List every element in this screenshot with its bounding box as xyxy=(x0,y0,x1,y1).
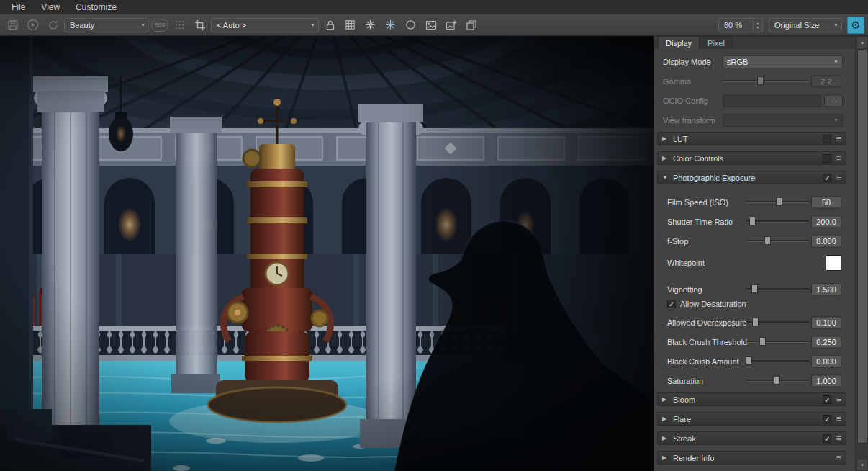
gamma-label: Gamma xyxy=(663,77,691,86)
scrollbar-thumb[interactable] xyxy=(857,49,867,444)
whitepoint-color-swatch[interactable] xyxy=(826,255,841,271)
black-crush-amount-slider[interactable] xyxy=(746,360,810,362)
dropdown-arrow-icon: ▼ xyxy=(310,22,315,27)
saturation-value[interactable]: 1.000 xyxy=(811,374,841,387)
render-frame-window: File View Customize Beauty ▼ RGB xyxy=(0,0,868,471)
render-pass-dropdown[interactable]: Beauty ▼ xyxy=(64,18,149,32)
gamma-slider[interactable] xyxy=(723,80,808,82)
image-icon[interactable] xyxy=(422,17,440,34)
expanded-arrow-icon[interactable]: ▼ xyxy=(662,174,669,181)
view-transform-row: View transform ▼ xyxy=(654,110,856,130)
channel-dots-icon[interactable] xyxy=(171,17,189,34)
render-play-icon[interactable] xyxy=(24,17,42,34)
black-crush-threshold-value[interactable]: 0.250 xyxy=(811,336,841,348)
lut-enable-checkbox[interactable] xyxy=(823,135,831,143)
collapsed-arrow-icon[interactable]: ▶ xyxy=(662,155,669,161)
region-auto-dropdown[interactable]: < Auto > ▼ xyxy=(211,18,319,32)
ocio-config-label: OCIO Config xyxy=(663,97,708,105)
image-add-icon[interactable] xyxy=(442,17,460,34)
section-photographic-exposure-label: Photographic Exposure xyxy=(673,174,818,182)
panel-scrollbar[interactable]: ▲ ▼ xyxy=(855,36,868,471)
section-bloom[interactable]: ▶ Bloom ✓ ≡ xyxy=(657,392,846,406)
section-bloom-label: Bloom xyxy=(673,395,818,404)
section-flare[interactable]: ▶ Flare ✓ ≡ xyxy=(657,412,846,426)
spinner-down-icon[interactable]: ▼ xyxy=(756,25,760,30)
bloom-enable-checkbox[interactable]: ✓ xyxy=(823,395,831,404)
vignetting-slider[interactable] xyxy=(746,288,810,290)
gamma-value[interactable]: 2.2 xyxy=(811,75,841,87)
fstop-row: f-Stop 8.000 xyxy=(654,231,856,251)
vignetting-value[interactable]: 1.500 xyxy=(811,283,841,295)
color-controls-menu-icon[interactable]: ≡ xyxy=(836,155,841,162)
crop-region-icon[interactable] xyxy=(191,17,209,34)
save-image-icon[interactable] xyxy=(4,17,22,34)
zoom-spinner-arrows[interactable]: ▲ ▼ xyxy=(753,19,762,32)
color-controls-enable-checkbox[interactable] xyxy=(823,154,831,163)
view-size-dropdown[interactable]: Original Size ▼ xyxy=(769,18,842,32)
black-crush-amount-value[interactable]: 0.000 xyxy=(811,355,841,367)
section-lut[interactable]: ▶ LUT ≡ xyxy=(657,132,846,145)
tab-pixel[interactable]: Pixel xyxy=(700,36,733,49)
collapsed-arrow-icon[interactable]: ▶ xyxy=(662,416,669,422)
streak-enable-checkbox[interactable]: ✓ xyxy=(823,434,831,443)
allow-desaturation-checkbox[interactable]: ✓ xyxy=(667,300,676,308)
black-crush-amount-label: Black Crush Amount xyxy=(667,357,739,366)
menu-file[interactable]: File xyxy=(4,1,32,13)
snowflake-freeze-blue-icon[interactable] xyxy=(381,17,399,34)
allowed-overexposure-value[interactable]: 0.100 xyxy=(811,316,841,328)
section-color-controls[interactable]: ▶ Color Controls ≡ xyxy=(657,151,846,165)
gear-icon: ⚙ xyxy=(851,19,860,32)
bloom-menu-icon[interactable]: ≡ xyxy=(836,396,841,403)
menu-customize[interactable]: Customize xyxy=(68,1,124,13)
saturation-label: Saturation xyxy=(667,377,703,385)
view-transform-dropdown[interactable]: ▼ xyxy=(723,114,843,127)
film-speed-slider[interactable] xyxy=(746,201,810,203)
section-lut-label: LUT xyxy=(673,135,818,143)
fstop-value[interactable]: 8.000 xyxy=(811,235,841,247)
ocio-config-input[interactable] xyxy=(723,94,821,107)
saturation-slider[interactable] xyxy=(746,380,810,382)
scroll-up-button[interactable]: ▲ xyxy=(856,36,868,48)
collapsed-arrow-icon[interactable]: ▶ xyxy=(662,396,669,403)
collapsed-arrow-icon[interactable]: ▶ xyxy=(662,135,669,142)
rgb-channels-button[interactable]: RGB xyxy=(151,19,168,32)
streak-menu-icon[interactable]: ≡ xyxy=(836,435,841,442)
shutter-value[interactable]: 200.0 xyxy=(811,215,841,228)
lock-icon[interactable] xyxy=(321,17,339,34)
section-streak[interactable]: ▶ Streak ✓ ≡ xyxy=(657,431,846,445)
section-render-info[interactable]: ▶ Render Info ≡ xyxy=(657,451,846,465)
lut-menu-icon[interactable]: ≡ xyxy=(836,135,841,143)
collapsed-arrow-icon[interactable]: ▶ xyxy=(662,454,669,461)
toolbar: Beauty ▼ RGB < Auto > ▼ xyxy=(0,14,868,36)
gamma-row: Gamma 2.2 xyxy=(654,71,856,91)
menu-bar: File View Customize xyxy=(0,0,868,14)
fstop-slider[interactable] xyxy=(746,240,810,242)
view-size-value: Original Size xyxy=(774,21,819,30)
flare-menu-icon[interactable]: ≡ xyxy=(836,416,841,423)
photographic-exposure-enable-checkbox[interactable]: ✓ xyxy=(823,174,831,182)
shutter-slider[interactable] xyxy=(746,220,810,223)
copy-image-icon[interactable] xyxy=(462,17,480,34)
scroll-down-button[interactable]: ▼ xyxy=(856,459,868,471)
render-pass-value: Beauty xyxy=(70,21,94,30)
render-info-menu-icon[interactable]: ≡ xyxy=(836,454,841,462)
flare-enable-checkbox[interactable]: ✓ xyxy=(823,415,831,423)
collapsed-arrow-icon[interactable]: ▶ xyxy=(662,435,669,441)
photographic-exposure-menu-icon[interactable]: ≡ xyxy=(836,174,841,181)
ocio-browse-button[interactable]: ... xyxy=(824,94,843,107)
allow-desaturation-row: ✓ Allow Desaturation xyxy=(654,297,856,311)
black-crush-threshold-slider[interactable] xyxy=(746,341,810,343)
zoom-spinner[interactable]: 60 % ▲ ▼ xyxy=(718,18,763,32)
display-mode-dropdown[interactable]: sRGB ▼ xyxy=(723,55,843,68)
circle-region-icon[interactable] xyxy=(402,17,420,34)
allowed-overexposure-slider[interactable] xyxy=(746,321,810,323)
render-viewport[interactable]: MESHIKU xyxy=(0,36,654,471)
refresh-icon[interactable] xyxy=(44,17,62,34)
film-speed-value[interactable]: 50 xyxy=(811,196,841,208)
grid-overlay-icon[interactable] xyxy=(341,17,359,34)
menu-view[interactable]: View xyxy=(34,1,67,13)
section-photographic-exposure[interactable]: ▼ Photographic Exposure ✓ ≡ xyxy=(657,171,846,184)
settings-gear-button[interactable]: ⚙ xyxy=(847,17,864,34)
tab-display[interactable]: Display xyxy=(658,36,700,49)
snowflake-freeze-icon[interactable] xyxy=(361,17,379,34)
